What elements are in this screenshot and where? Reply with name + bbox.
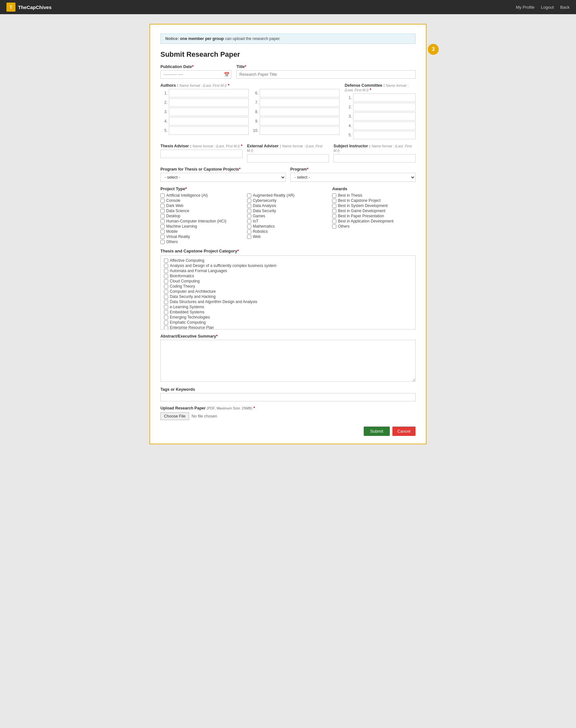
list-item[interactable]: Emphatic Computing — [164, 320, 412, 325]
author-input-6[interactable] — [260, 89, 340, 97]
project-col-a: Artificial Intelligence (AI) Console Dar… — [161, 193, 241, 244]
list-item[interactable]: Data Analysis — [247, 204, 327, 208]
list-item[interactable]: Augmented Reality (AR) — [247, 193, 327, 198]
defense-input-1[interactable] — [353, 93, 415, 102]
defense-input-3[interactable] — [353, 112, 415, 120]
list-item[interactable]: IoT — [247, 219, 327, 223]
list-item[interactable]: Cybersecurity — [247, 198, 327, 203]
author-input-5[interactable] — [169, 126, 249, 135]
author-input-8[interactable] — [260, 108, 340, 116]
submit-button[interactable]: Submit — [364, 427, 390, 436]
list-item[interactable]: Best in Paper Presentation — [332, 214, 415, 218]
back-link[interactable]: Back — [560, 5, 570, 10]
author-input-10[interactable] — [260, 126, 340, 135]
file-input-row: Choose File No file chosen — [161, 412, 415, 420]
thesis-adviser-input[interactable] — [161, 150, 242, 158]
list-item[interactable]: Data Science — [161, 209, 241, 213]
defense-row-2: 2. — [345, 103, 415, 111]
logout-link[interactable]: Logout — [541, 5, 554, 10]
list-item[interactable]: Console — [161, 198, 241, 203]
defense-row-5: 5. — [345, 131, 415, 139]
list-item[interactable]: Machine Learning — [161, 224, 241, 228]
abstract-textarea[interactable] — [161, 340, 415, 382]
list-item[interactable]: Others — [332, 224, 415, 228]
tags-input[interactable] — [161, 393, 415, 401]
authors-inner: 1. 2. 3. 4. — [161, 89, 340, 135]
step-badge: 3 — [428, 44, 439, 55]
tags-label: Tags or Keywords — [161, 387, 415, 392]
category-scroll[interactable]: Affective Computing Analysis and Design … — [161, 255, 415, 329]
external-adviser-input[interactable] — [247, 154, 329, 162]
list-item[interactable]: Best in Capstone Project — [332, 198, 415, 203]
brand: T TheCapChives — [6, 3, 52, 11]
list-item[interactable]: Best in Application Development — [332, 219, 415, 223]
defense-input-2[interactable] — [353, 103, 415, 111]
list-item[interactable]: Data Security and Hacking — [164, 294, 412, 299]
defense-input-5[interactable] — [353, 131, 415, 139]
project-type-header: Project Type* — [161, 186, 327, 191]
title-col: Title* — [236, 64, 415, 79]
program-thesis-select[interactable]: - select - — [161, 173, 286, 182]
author-input-1[interactable] — [169, 89, 249, 97]
list-item[interactable]: Web — [247, 234, 327, 239]
list-item[interactable]: Data Security — [247, 209, 327, 213]
list-item[interactable]: Best in Game Development — [332, 209, 415, 213]
pub-date-title-row: Publication Date* 📅 Title* — [161, 64, 415, 79]
authors-outer-col: Authors : Name format : (Last, First M.I… — [161, 83, 340, 139]
notice-box: Notice: one member per group can upload … — [161, 33, 415, 44]
notice-highlight: one member per group — [180, 36, 224, 41]
list-item[interactable]: Mobile — [161, 229, 241, 234]
form-title: Submit Research Paper — [161, 50, 415, 59]
subject-instructor-input[interactable] — [334, 154, 415, 162]
list-item[interactable]: Robotics — [247, 229, 327, 234]
category-section: Thesis and Capstone Project Category* Af… — [161, 249, 415, 329]
project-awards-row: Project Type* Artificial Intelligence (A… — [161, 186, 415, 244]
form-card: 3 Notice: one member per group can uploa… — [149, 24, 427, 444]
list-item[interactable]: Automata and Formal Languages — [164, 269, 412, 273]
list-item[interactable]: Games — [247, 214, 327, 218]
title-input[interactable] — [236, 70, 415, 79]
author-input-4[interactable] — [169, 117, 249, 126]
list-item[interactable]: Enterprise Resource Plan — [164, 325, 412, 329]
list-item[interactable]: Analysis and Design of a sufficiently co… — [164, 263, 412, 268]
author-row-1: 1. — [161, 89, 249, 97]
abstract-section: Abstract/Executive Summary* — [161, 334, 415, 383]
author-row-8: 8. — [251, 108, 340, 116]
program-select[interactable]: - select - — [290, 173, 415, 182]
program-row: Program for Thesis or Capstone Projects*… — [161, 167, 415, 182]
author-input-7[interactable] — [260, 98, 340, 107]
list-item[interactable]: Emerging Technologies — [164, 315, 412, 320]
list-item[interactable]: Dark Web — [161, 204, 241, 208]
list-item[interactable]: Data Structures and Algorithm Design and… — [164, 299, 412, 304]
thesis-adviser-col: Thesis Adviser : Name format : (Last, Fi… — [161, 144, 242, 162]
choose-file-button[interactable]: Choose File — [161, 412, 189, 420]
author-row-3: 3. — [161, 108, 249, 116]
my-profile-link[interactable]: My Profile — [516, 5, 535, 10]
list-item[interactable]: Best in Thesis — [332, 193, 415, 198]
author-input-9[interactable] — [260, 117, 340, 126]
list-item[interactable]: Bioinformatics — [164, 274, 412, 278]
defense-row-3: 3. — [345, 112, 415, 120]
upload-section: Upload Research Paper (PDF, Maximum Size… — [161, 406, 415, 420]
list-item[interactable]: Computer and Architecture — [164, 289, 412, 294]
pub-date-input[interactable] — [161, 70, 231, 79]
defense-col: Defense Committee : Name format : (Last,… — [345, 83, 415, 139]
author-input-2[interactable] — [169, 98, 249, 107]
defense-input-4[interactable] — [353, 122, 415, 130]
list-item[interactable]: Affective Computing — [164, 258, 412, 263]
program-thesis-col: Program for Thesis or Capstone Projects*… — [161, 167, 286, 182]
list-item[interactable]: Desktop — [161, 214, 241, 218]
list-item[interactable]: Coding Theory — [164, 284, 412, 289]
list-item[interactable]: e-Learning Systems — [164, 305, 412, 309]
list-item[interactable]: Virtual Reality — [161, 234, 241, 239]
list-item[interactable]: Artificial Intelligence (AI) — [161, 193, 241, 198]
list-item[interactable]: Mathematics — [247, 224, 327, 228]
author-input-3[interactable] — [169, 108, 249, 116]
list-item[interactable]: Others — [161, 240, 241, 244]
list-item[interactable]: Cloud Computing — [164, 279, 412, 284]
pub-date-wrapper: 📅 — [161, 70, 231, 79]
list-item[interactable]: Human-Computer Interaction (HCI) — [161, 219, 241, 223]
cancel-button[interactable]: Cancel — [393, 427, 415, 436]
list-item[interactable]: Embedded Systems — [164, 310, 412, 314]
list-item[interactable]: Best in System Development — [332, 204, 415, 208]
